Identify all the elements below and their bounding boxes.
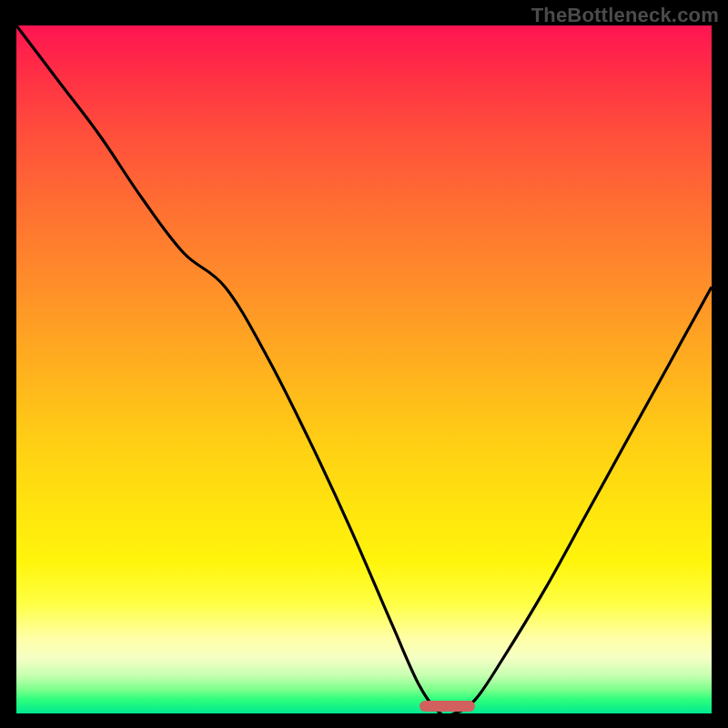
- plot-area: [16, 25, 712, 713]
- chart-frame: TheBottleneck.com: [0, 0, 728, 728]
- attribution-label: TheBottleneck.com: [531, 4, 719, 27]
- bottleneck-curve: [16, 25, 712, 713]
- optimal-range-marker: [420, 701, 475, 712]
- bottleneck-curve-path: [16, 25, 712, 713]
